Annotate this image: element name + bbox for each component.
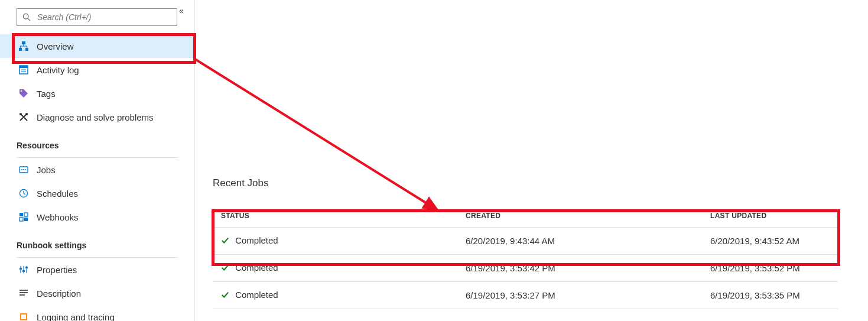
svg-rect-25 [22,270,25,272]
svg-point-0 [23,14,28,19]
sidebar-item-overview[interactable]: Overview [0,34,194,58]
sidebar-item-label: Overview [37,41,74,51]
table-header-row: STATUS CREATED LAST UPDATED [213,203,838,228]
sidebar-item-label: Tags [37,89,56,99]
description-icon [19,288,28,298]
webhook-icon [19,212,28,222]
sidebar-item-label: Diagnose and solve problems [37,112,154,122]
check-icon [221,291,229,301]
sidebar-item-label: Logging and tracing [37,312,115,322]
sidebar-item-properties[interactable]: Properties [0,258,194,281]
sidebar-item-label: Activity log [37,65,79,75]
svg-point-13 [21,169,22,170]
svg-rect-19 [19,218,23,221]
svg-rect-3 [19,48,22,51]
col-updated[interactable]: LAST UPDATED [702,203,838,228]
svg-point-10 [19,113,22,115]
sidebar-item-label: Webhooks [37,212,79,222]
main-content: Recent Jobs STATUS CREATED LAST UPDATED … [213,177,851,309]
recent-jobs-table: STATUS CREATED LAST UPDATED Completed 6/… [213,203,838,309]
col-status[interactable]: STATUS [213,203,457,228]
created-text: 6/20/2019, 9:43:44 AM [457,228,702,255]
sidebar-item-activity-log[interactable]: Activity log [0,58,194,82]
check-icon [221,236,229,247]
status-text: Completed [235,290,278,300]
sidebar-item-diagnose[interactable]: Diagnose and solve problems [0,105,194,129]
svg-rect-20 [24,218,28,221]
jobs-icon [19,165,28,174]
sidebar-item-description[interactable]: Description [0,281,194,305]
svg-rect-4 [25,48,28,51]
table-row[interactable]: Completed 6/20/2019, 9:43:44 AM 6/20/201… [213,228,838,255]
svg-rect-31 [21,314,26,319]
sidebar-item-tags[interactable]: Tags [0,82,194,105]
section-label-resources: Resources [0,129,194,154]
svg-rect-17 [19,213,23,216]
svg-rect-18 [24,213,28,216]
tag-icon [19,89,28,98]
wrench-icon [19,112,28,122]
svg-point-11 [25,113,28,115]
table-row[interactable]: Completed 6/19/2019, 3:53:27 PM 6/19/201… [213,282,838,309]
svg-rect-2 [22,41,25,44]
search-icon [22,13,31,21]
table-row[interactable]: Completed 6/19/2019, 3:53:42 PM 6/19/201… [213,255,838,282]
sidebar: « Overview Activity log [0,0,195,321]
section-label-runbook: Runbook settings [0,229,194,254]
sidebar-item-label: Jobs [37,165,56,175]
sidebar-item-label: Schedules [37,189,78,199]
sidebar-item-jobs[interactable]: Jobs [0,158,194,181]
logging-icon [19,312,28,321]
sidebar-item-logging[interactable]: Logging and tracing [0,305,194,321]
svg-point-14 [23,169,24,170]
created-text: 6/19/2019, 3:53:42 PM [457,255,702,282]
log-icon [19,65,28,74]
svg-point-15 [25,169,26,170]
sidebar-item-webhooks[interactable]: Webhooks [0,205,194,229]
updated-text: 6/20/2019, 9:43:52 AM [702,228,838,255]
status-text: Completed [235,235,278,245]
sidebar-item-label: Description [37,288,81,299]
updated-text: 6/19/2019, 3:53:35 PM [702,282,838,309]
clock-icon [19,189,28,198]
search-input[interactable] [17,8,177,26]
svg-rect-26 [25,267,28,268]
sidebar-item-schedules[interactable]: Schedules [0,181,194,205]
svg-line-1 [28,18,30,21]
search-wrap [17,8,178,26]
svg-rect-24 [19,268,22,270]
properties-icon [19,265,28,274]
svg-rect-22 [23,266,24,273]
updated-text: 6/19/2019, 3:53:52 PM [702,255,838,282]
collapse-sidebar-button[interactable]: « [179,6,191,18]
created-text: 6/19/2019, 3:53:27 PM [457,282,702,309]
status-text: Completed [235,262,278,273]
col-created[interactable]: CREATED [457,203,702,228]
sitemap-icon [19,41,28,51]
svg-rect-6 [19,66,28,68]
sidebar-item-label: Properties [37,265,77,275]
check-icon [221,264,229,274]
recent-jobs-title: Recent Jobs [213,177,851,189]
svg-point-9 [21,90,22,92]
